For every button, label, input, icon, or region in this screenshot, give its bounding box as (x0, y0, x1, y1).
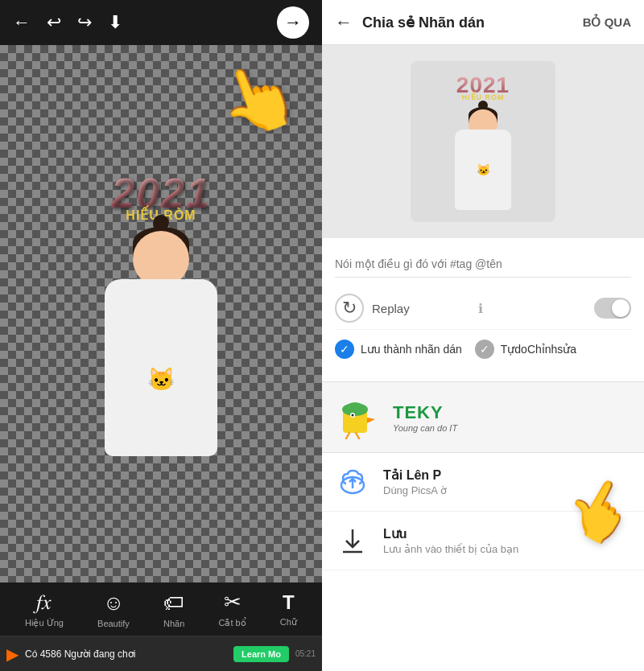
effects-label: Hiệu Ứng (25, 618, 64, 628)
text-icon: T (283, 591, 295, 614)
tool-beautify[interactable]: ☺ Beautify (97, 591, 130, 628)
info-icon[interactable]: ℹ (478, 301, 483, 316)
right-header: ← Chia sẻ Nhãn dán BỎ QUA (322, 0, 644, 45)
preview-body: 🐱 (455, 130, 511, 210)
redo-button[interactable]: ↪ (77, 12, 92, 33)
replay-toggle[interactable] (594, 298, 631, 319)
save-icon (335, 523, 370, 558)
banner-v-icon: ▶ (6, 644, 19, 664)
teky-tagline-text: Young can do IT (393, 423, 457, 433)
svg-point-2 (347, 402, 363, 412)
download-button[interactable]: ⬇ (108, 12, 122, 33)
svg-line-6 (346, 433, 349, 438)
caption-input[interactable] (335, 251, 631, 278)
text-label: Chữ (280, 617, 297, 628)
learn-more-button[interactable]: Learn Mo (233, 646, 289, 662)
left-toolbar: ← ↩ ↪ ⬇ → (0, 0, 322, 45)
save-sticker-checkbox[interactable]: ✓ Lưu thành nhãn dán (335, 340, 462, 359)
right-title: Chia sẻ Nhãn dán (362, 14, 583, 31)
beautify-icon: ☺ (103, 591, 125, 615)
banner-player-count: Có 4586 Người đang chơi (25, 648, 135, 660)
cut-label: Cắt bổ (218, 618, 246, 628)
teky-area: TEKY Young can do IT (322, 381, 644, 452)
svg-line-7 (356, 433, 359, 438)
toggle-knob (612, 299, 630, 317)
cloud-upload-icon (335, 464, 370, 500)
undo-button[interactable]: ↩ (47, 12, 61, 33)
preview-person: 🐱 (447, 105, 519, 210)
right-panel: ← Chia sẻ Nhãn dán BỎ QUA 2021 HIẾU RÒM … (322, 0, 644, 671)
left-banner: ▶ Có 4586 Người đang chơi Learn Mo 05:21 (0, 636, 322, 671)
left-bottom-toolbar: 𝑓𝑥 Hiệu Ứng ☺ Beautify 🏷 Nhãn ✂ Cắt bổ T… (0, 582, 322, 671)
replay-label: Replay (372, 302, 467, 315)
bottom-sheet: Tải Lên P Dùng PicsA ờ Lưu Lưu ảnh vào t… (322, 452, 644, 671)
svg-marker-3 (367, 418, 375, 423)
back-button[interactable]: ← (13, 12, 31, 33)
teky-bird-logo (335, 395, 383, 439)
sticker-icon: 🏷 (163, 591, 184, 615)
person-body: 🐱 (105, 279, 217, 456)
tools-row: 𝑓𝑥 Hiệu Ứng ☺ Beautify 🏷 Nhãn ✂ Cắt bổ T… (0, 582, 322, 636)
unchecked-icon: ✓ (475, 340, 494, 359)
next-button[interactable]: → (277, 6, 309, 39)
teky-brand-text: TEKY (393, 402, 457, 423)
effects-icon: 𝑓𝑥 (36, 590, 52, 615)
sticker-preview: 2021 HIẾU RÒM 🐱 (89, 172, 233, 456)
share-options: ↻ Replay ℹ ✓ Lưu thành nhãn dán ✓ TựdoCh… (322, 238, 644, 381)
left-panel: ← ↩ ↪ ⬇ → 2021 HIẾU RÒM 🐱 (0, 0, 322, 671)
tool-sticker[interactable]: 🏷 Nhãn (163, 591, 184, 628)
skip-button[interactable]: BỎ QUA (583, 15, 631, 30)
upload-icon (335, 464, 370, 500)
replay-icon[interactable]: ↻ (335, 294, 364, 323)
save-desc: Lưu ảnh vào thiết bị của bạn (383, 543, 631, 555)
canvas-area: 2021 HIẾU RÒM 🐱 👆 (0, 45, 322, 582)
svg-point-5 (352, 414, 354, 417)
checkboxes-row: ✓ Lưu thành nhãn dán ✓ TựdoChỉnhsửa (335, 329, 631, 368)
tool-effects[interactable]: 𝑓𝑥 Hiệu Ứng (25, 590, 64, 628)
sticker-preview-card: 2021 HIẾU RÒM 🐱 (411, 61, 555, 222)
free-edit-checkbox[interactable]: ✓ TựdoChỉnhsửa (475, 340, 576, 359)
checked-icon: ✓ (335, 340, 354, 359)
teky-text: TEKY Young can do IT (393, 402, 457, 433)
right-back-button[interactable]: ← (335, 12, 353, 33)
sticker-preview-area: 2021 HIẾU RÒM 🐱 (322, 45, 644, 238)
tool-cut[interactable]: ✂ Cắt bổ (218, 590, 246, 628)
sticker-label: Nhãn (163, 619, 184, 628)
tool-text[interactable]: T Chữ (280, 591, 297, 628)
banner-text: Có 4586 Người đang chơi (25, 648, 227, 660)
banner-time: 05:21 (295, 649, 316, 658)
cut-icon: ✂ (224, 590, 242, 615)
replay-row: ↻ Replay ℹ (335, 287, 631, 329)
save-sticker-label: Lưu thành nhãn dán (361, 343, 462, 356)
download-icon (335, 523, 370, 558)
person-figure: 🐱 (89, 231, 233, 456)
beautify-label: Beautify (97, 619, 130, 628)
cat-tshirt-icon: 🐱 (147, 366, 175, 393)
free-edit-label: TựdoChỉnhsửa (501, 343, 576, 356)
